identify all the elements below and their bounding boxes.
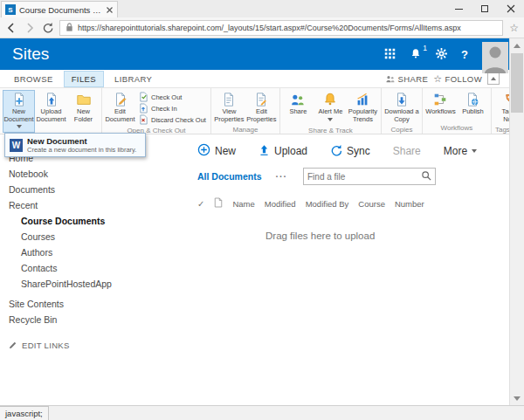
ribbon-tab-row: BROWSE FILES LIBRARY SHARE ☆ FOLLOW: [0, 70, 524, 87]
forward-icon[interactable]: [24, 22, 36, 34]
view-all-documents[interactable]: All Documents: [197, 171, 262, 182]
new-command[interactable]: New: [197, 143, 236, 159]
view-properties-button[interactable]: View Properties: [213, 90, 245, 125]
sync-command[interactable]: Sync: [330, 144, 370, 159]
alert-me-button[interactable]: Alert Me: [314, 90, 347, 126]
upload-command[interactable]: Upload: [259, 144, 307, 159]
status-bar: javascript;: [0, 405, 524, 420]
browser-titlebar: S Course Documents - All D: [0, 0, 524, 17]
new-folder-button[interactable]: New Folder: [67, 90, 100, 125]
find-file-searchbox[interactable]: [303, 168, 436, 185]
ribbon-button-label: View Properties: [214, 108, 245, 123]
sidebar: Home Notebook Documents Recent Course Do…: [0, 134, 173, 405]
browser-tab[interactable]: S Course Documents - All D: [1, 1, 118, 17]
publish-icon: [465, 92, 480, 107]
window-controls: [445, 0, 524, 17]
chevron-down-icon: [472, 149, 477, 155]
search-icon[interactable]: [421, 170, 431, 182]
chevron-down-icon: [17, 125, 22, 131]
minimize-icon[interactable]: [445, 0, 472, 17]
chevron-down-icon: [328, 118, 333, 124]
check-out-icon: [139, 92, 148, 104]
view-properties-icon: [221, 92, 237, 107]
tab-browse[interactable]: BROWSE: [7, 72, 60, 86]
follow-link[interactable]: ☆ FOLLOW: [433, 74, 482, 84]
sidebar-item-site-contents[interactable]: Site Contents: [0, 296, 173, 312]
close-window-icon[interactable]: [498, 0, 524, 17]
edit-properties-button[interactable]: Edit Properties: [245, 90, 278, 125]
sidebar-item-sharepointhostedapp[interactable]: SharePointHostedApp: [0, 276, 173, 292]
more-views-ellipsis[interactable]: ···: [276, 171, 288, 182]
check-in-button[interactable]: Check In: [136, 103, 209, 114]
ribbon-group-workflows: Workflows Publish Workflows: [423, 88, 492, 134]
publish-button[interactable]: Publish: [457, 90, 489, 118]
popularity-trends-button[interactable]: Popularity Trends: [347, 90, 379, 125]
share-button[interactable]: Share: [282, 90, 314, 118]
column-header-modified[interactable]: Modified: [265, 199, 296, 209]
edit-document-button[interactable]: Edit Document: [104, 90, 136, 125]
sidebar-item-authors[interactable]: Authors: [0, 244, 173, 260]
maximize-icon[interactable]: [472, 0, 498, 17]
discard-check-out-button[interactable]: Discard Check Out: [136, 114, 209, 126]
column-header-modified-by[interactable]: Modified By: [306, 199, 349, 209]
upload-arrow-icon: [259, 144, 270, 159]
upload-command-label: Upload: [274, 145, 307, 157]
share-command[interactable]: Share: [393, 145, 421, 157]
select-all-check-icon[interactable]: ✓: [197, 199, 204, 209]
avatar[interactable]: [482, 42, 508, 73]
new-document-button[interactable]: New Document: [3, 90, 35, 133]
sidebar-item-courses[interactable]: Courses: [0, 229, 173, 244]
more-command[interactable]: More: [444, 145, 477, 157]
notifications-bell-icon[interactable]: 1: [410, 47, 422, 62]
workflows-button[interactable]: Workflows: [424, 90, 457, 118]
lock-icon: [65, 22, 74, 34]
back-icon[interactable]: [5, 22, 17, 34]
help-icon[interactable]: ?: [461, 48, 468, 61]
ribbon-button-label: Alert Me: [318, 108, 342, 116]
upload-document-button[interactable]: Upload Document: [35, 90, 67, 125]
ribbon-group-share-track: Share Alert Me Popularity Trends Share &…: [280, 88, 382, 134]
sidebar-item-recent[interactable]: Recent: [0, 197, 173, 213]
ribbon-button-label: Share: [289, 108, 307, 116]
suite-icons: 1 ?: [383, 47, 468, 62]
download-copy-button[interactable]: Download a Copy: [383, 90, 420, 125]
vertical-scrollbar[interactable]: [509, 38, 524, 405]
sidebar-item-recycle-bin[interactable]: Recycle Bin: [0, 312, 173, 327]
ribbon-button-label: Workflows: [425, 108, 455, 116]
sync-icon: [330, 144, 342, 159]
tab-files[interactable]: FILES: [64, 71, 104, 87]
drag-files-empty-state: Drag files here to upload: [265, 231, 524, 241]
new-folder-icon: [76, 92, 92, 107]
scroll-down-icon[interactable]: [510, 391, 524, 405]
scrollbar-thumb[interactable]: [511, 53, 523, 113]
app-launcher-icon[interactable]: [383, 47, 396, 62]
sidebar-item-contacts[interactable]: Contacts: [0, 260, 173, 276]
search-input[interactable]: [307, 172, 421, 182]
favorites-star-icon[interactable]: ☆: [509, 23, 519, 33]
tab-library[interactable]: LIBRARY: [107, 72, 159, 86]
ribbon-button-label: New Folder: [68, 108, 99, 123]
edit-links-button[interactable]: EDIT LINKS: [0, 340, 173, 350]
column-header-name[interactable]: Name: [232, 199, 254, 209]
new-document-dropdown[interactable]: W New Document Create a new document in …: [4, 133, 146, 157]
column-headers: ✓ Name Modified Modified By Course Numbe…: [197, 197, 524, 210]
follow-label: FOLLOW: [445, 74, 482, 84]
ribbon-toggle-icon[interactable]: [487, 72, 500, 85]
share-people-icon: [290, 92, 306, 107]
upload-document-icon: [44, 92, 59, 107]
ribbon-button-label: Download a Copy: [384, 108, 419, 123]
check-out-button[interactable]: Check Out: [136, 92, 209, 103]
close-tab-icon[interactable]: [106, 6, 114, 14]
column-header-number[interactable]: Number: [395, 199, 424, 209]
sidebar-item-notebook[interactable]: Notebook: [0, 166, 173, 182]
share-link[interactable]: SHARE: [385, 74, 428, 84]
column-header-course[interactable]: Course: [358, 199, 385, 209]
sidebar-item-documents[interactable]: Documents: [0, 182, 173, 197]
scroll-up-icon[interactable]: [510, 38, 524, 52]
settings-gear-icon[interactable]: [435, 47, 448, 62]
new-document-icon: [11, 92, 27, 107]
refresh-icon[interactable]: [42, 22, 53, 33]
url-field[interactable]: https://sharepointtutorials.sharepoint.c…: [59, 20, 503, 36]
sidebar-item-course-documents[interactable]: Course Documents: [0, 213, 173, 229]
sync-command-label: Sync: [347, 145, 370, 157]
